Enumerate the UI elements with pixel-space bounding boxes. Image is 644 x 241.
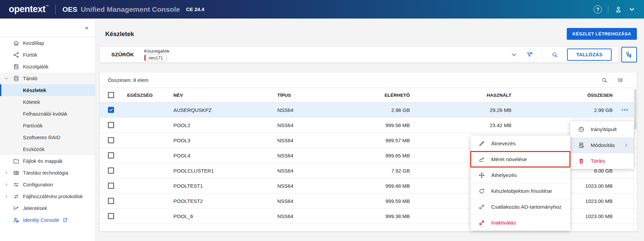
row-more-actions-icon[interactable] <box>621 106 629 114</box>
submenu-item-méret-növelése[interactable]: Méret növelése <box>471 151 570 167</box>
chevron-right-icon[interactable] <box>4 171 13 175</box>
menu-item-label: Csatlakozás AD-tartományhoz <box>491 204 561 210</box>
pool-type-cell: NSS64 <box>277 183 362 189</box>
filter-field-label: Kiszolgálók <box>144 49 169 54</box>
used-cell: 23.42 MB <box>410 122 511 128</box>
column-header-elérhető[interactable]: ELÉRHETŐ <box>362 93 410 98</box>
row-checkbox[interactable] <box>108 107 114 113</box>
filter-field-servers: Kiszolgálók oes171 <box>144 49 169 61</box>
column-header-használt[interactable]: HASZNÁLT <box>410 93 511 98</box>
user-icon[interactable] <box>614 5 622 13</box>
menu-item-törlés[interactable]: Törlés <box>570 153 634 169</box>
column-header-összesen[interactable]: ÖSSZESEN <box>511 93 613 98</box>
menu-item-irányítópult[interactable]: Irányítópult <box>570 121 634 137</box>
row-checkbox[interactable] <box>108 183 114 189</box>
filter-bar: SZŰRŐK Kiszolgálók oes171 TALLÓZÁS <box>100 47 618 62</box>
pool-name-cell: POOLCLUSTER1 <box>173 168 277 174</box>
help-icon[interactable]: ? <box>594 5 602 13</box>
tune-icon <box>13 181 23 188</box>
chevron-right-icon[interactable] <box>4 182 13 187</box>
chevron-down-icon[interactable] <box>510 51 517 58</box>
sidebar-item-label: Kötetek <box>23 99 40 105</box>
sidebar-item-tarolasi-technologia[interactable]: Tárolási technológia <box>0 167 95 179</box>
available-cell: 999.59 MB <box>362 198 410 204</box>
gauge-icon <box>578 126 591 133</box>
sidebar-item-keszletek[interactable]: Készletek <box>0 84 95 96</box>
table-row[interactable]: AUSERQUSKPZNSS642.96 GB29.26 MB2.99 GB <box>100 102 637 118</box>
sidebar-item-fajlhozzaferesi-protokollok[interactable]: Fájlhozzáférési protokollok <box>0 190 95 202</box>
sidebar-item-felhasznaloi-kvotak[interactable]: Felhasználói kvóták <box>0 108 95 120</box>
pool-name-cell: POOL4 <box>173 153 277 158</box>
row-checkbox[interactable] <box>108 168 114 174</box>
collapse-sidebar-button[interactable]: « <box>85 24 88 31</box>
chevron-down-icon[interactable] <box>4 76 13 81</box>
sidebar-item-label: Kiszolgálók <box>23 64 49 69</box>
clear-filter-icon[interactable] <box>526 51 533 58</box>
sidebar-item-eszkozok[interactable]: Eszközök <box>0 143 95 155</box>
trash-icon <box>578 158 591 164</box>
row-checkbox[interactable] <box>108 198 114 204</box>
used-cell: 29.26 MB <box>410 107 511 113</box>
column-header-típus[interactable]: TÍPUS <box>277 93 362 98</box>
chip-label: oes171 <box>146 55 167 60</box>
submenu-item-csatlakozás-ad-tartományhoz[interactable]: Csatlakozás AD-tartományhoz <box>471 199 570 215</box>
servers-icon <box>13 63 23 70</box>
row-checkbox[interactable] <box>108 122 114 128</box>
menu-item-módosítás[interactable]: Módosítás <box>570 137 634 153</box>
create-pool-button[interactable]: KÉSZLET LÉTREHOZÁSA <box>567 28 637 40</box>
pool-type-cell: NSS64 <box>277 122 362 128</box>
column-header-név[interactable]: NÉV <box>173 93 277 98</box>
sidebar-item-particiok[interactable]: Partíciók <box>0 120 95 131</box>
scrollbar-thumb[interactable] <box>634 89 637 129</box>
pool-type-cell: NSS64 <box>277 168 362 174</box>
sidebar-item-kezdolap[interactable]: Kezdőlap <box>0 37 95 49</box>
submenu-item-inaktiválás[interactable]: Inaktiválás <box>471 215 570 231</box>
search-icon[interactable] <box>601 77 608 84</box>
sidebar-item-kotetek[interactable]: Kötetek <box>0 96 95 108</box>
browse-button[interactable]: TALLÓZÁS <box>567 49 612 61</box>
sidebar-item-configuration[interactable]: Configuration <box>0 179 95 190</box>
link-icon <box>478 204 491 210</box>
chevron-right-icon[interactable] <box>4 194 13 199</box>
row-checkbox[interactable] <box>108 137 114 143</box>
tree-view-button[interactable] <box>621 47 637 62</box>
submenu-item-készletobjektum-frissítése[interactable]: Készletobjektum frissítése <box>471 183 570 199</box>
brand-divider <box>55 5 56 14</box>
pool-name-cell: AUSERQUSKPZ <box>173 107 277 113</box>
sidebar-item-tarolo[interactable]: Tároló <box>0 72 95 84</box>
sidebar-item-jelentesek[interactable]: Jelentések <box>0 202 95 214</box>
pool-name-cell: POOLTEST1 <box>173 183 277 189</box>
sidebar-item-fajlok-es-mappak[interactable]: Fájlok és mappák <box>0 155 95 167</box>
table-summary: Összesen: 8 elem <box>108 77 148 83</box>
sidebar-item-label: Fájlok és mappák <box>23 158 63 164</box>
row-checkbox[interactable] <box>108 213 114 219</box>
pool-type-cell: NSS64 <box>277 138 362 143</box>
sidebar-item-kiszolgalok[interactable]: Kiszolgálók <box>0 61 95 72</box>
external-link-icon <box>62 217 68 223</box>
sidebar-item-label: Tárolási technológia <box>23 170 68 176</box>
column-header-egészség[interactable]: EGÉSZSÉG <box>123 93 173 98</box>
row-checkbox[interactable] <box>108 152 114 158</box>
submenu-item-átnevezés[interactable]: Átnevezés <box>471 135 570 151</box>
sidebar-item-furtok[interactable]: Fürtök <box>0 49 95 61</box>
sidebar-item-identity-console[interactable]: Identity Console <box>0 214 95 226</box>
app-window: opentext™ OES Unified Management Console… <box>0 0 644 241</box>
sidebar-item-label: Felhasználói kvóták <box>23 111 67 117</box>
sidebar-item-szoftveres-raid[interactable]: Szoftveres RAID <box>0 131 95 143</box>
available-cell: 999.65 MB <box>362 153 410 158</box>
menu-item-label: Méret növelése <box>491 156 527 162</box>
trademark: ™ <box>46 4 49 8</box>
sidebar-item-label: Tároló <box>23 76 37 81</box>
list-settings-icon[interactable] <box>617 77 624 84</box>
opentext-logo: opentext™ <box>9 4 49 14</box>
table-scrollbar[interactable] <box>633 88 637 231</box>
chevron-down-icon[interactable] <box>628 6 635 13</box>
pool-name-cell: POOL_6 <box>173 213 277 219</box>
submenu-item-áthelyezés[interactable]: Áthelyezés <box>471 167 570 183</box>
search-icon[interactable] <box>551 51 558 58</box>
health-cell <box>123 138 173 143</box>
pool-type-cell: NSS64 <box>277 107 362 113</box>
select-all-checkbox[interactable] <box>108 92 114 98</box>
filter-chip[interactable]: oes171 <box>144 55 167 61</box>
table-row[interactable]: POOL2NSS64999.58 MB23.42 MB <box>100 118 637 133</box>
